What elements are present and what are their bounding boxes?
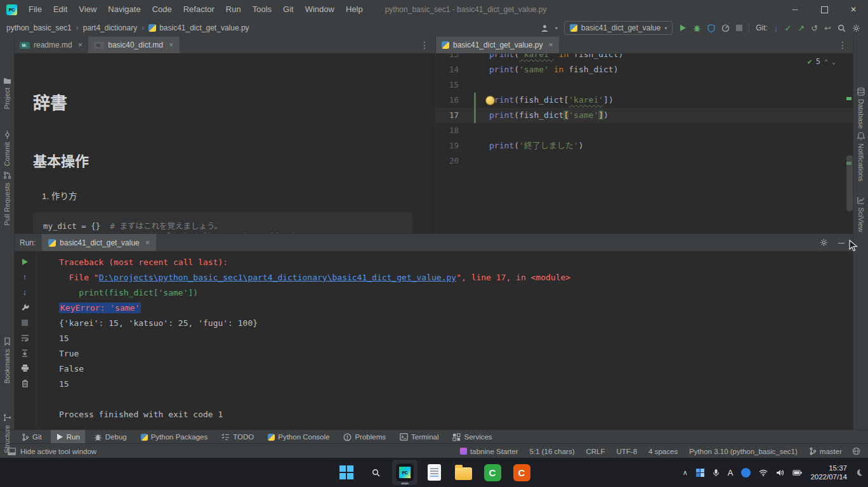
menu-item-tools[interactable]: Tools <box>247 0 277 19</box>
console-print-button[interactable] <box>18 363 32 373</box>
stripe-button-structure[interactable]: Structure <box>0 413 14 453</box>
status-master[interactable]: master <box>809 447 842 455</box>
git-push-button[interactable]: ↗ <box>798 24 805 32</box>
code-line-17[interactable]: 17print(fish_dict['same']) <box>436 108 853 123</box>
menu-item-run[interactable]: Run <box>220 0 247 19</box>
minimize-button[interactable]: ─ <box>780 0 810 19</box>
status-5-1-16-chars[interactable]: 5:1 (16 chars) <box>530 448 575 455</box>
run-panel-settings-icon[interactable] <box>820 238 828 247</box>
close-tab-icon[interactable]: ✕ <box>548 42 553 48</box>
console-settings-button[interactable] <box>18 302 32 312</box>
next-problem-icon[interactable]: ⌄ <box>832 58 836 65</box>
console-scroll-to-end-button[interactable] <box>18 348 32 358</box>
run-button[interactable] <box>679 24 687 32</box>
inspections-widget[interactable]: ✔ 5 ⌃ ⌄ <box>807 57 836 66</box>
stripe-button-pull-requests[interactable]: Pull Requests <box>0 171 14 226</box>
tray-blue-app-icon[interactable] <box>741 468 751 477</box>
file-explorer-taskbar-icon[interactable] <box>450 460 476 485</box>
menu-item-code[interactable]: Code <box>147 0 178 19</box>
notepad-taskbar-icon[interactable] <box>421 460 447 485</box>
pycharm-taskbar-icon[interactable]: PC <box>392 460 418 485</box>
toolwindow-button-run[interactable]: Run <box>51 430 85 444</box>
toolwindow-button-problems[interactable]: Problems <box>338 430 391 444</box>
menu-item-window[interactable]: Window <box>299 0 340 19</box>
code-line-18[interactable]: 18 <box>436 123 853 138</box>
close-tab-icon[interactable]: ✕ <box>78 42 83 48</box>
menu-item-file[interactable]: File <box>23 0 48 19</box>
status-4-spaces[interactable]: 4 spaces <box>648 448 678 455</box>
traceback-file-link[interactable]: D:\projects\python_basic_sec1\part4_dict… <box>99 273 457 282</box>
close-tab-icon[interactable]: ✕ <box>145 240 150 246</box>
user-account-icon[interactable] <box>541 24 549 32</box>
console-output[interactable]: Traceback (most recent call last): File … <box>36 252 853 430</box>
menu-item-git[interactable]: Git <box>277 0 299 19</box>
console-navigate-up-button[interactable]: ↑ <box>18 272 32 282</box>
menu-item-navigate[interactable]: Navigate <box>102 0 146 19</box>
stripe-button-commit[interactable]: Commit <box>0 131 14 166</box>
toolwindow-button-debug[interactable]: Debug <box>89 430 132 444</box>
tab-basic41-dict-get-value-py[interactable]: basic41_dict_get_value.py ✕ <box>436 37 559 53</box>
toolwindow-button-git[interactable]: Git <box>16 430 47 444</box>
console-stop-button[interactable] <box>18 318 32 327</box>
toolwindow-button-todo[interactable]: TODO <box>216 430 259 444</box>
toolwindow-button-python-console[interactable]: Python Console <box>263 430 334 444</box>
status-utf-8[interactable]: UTF-8 <box>617 448 638 455</box>
toolwindow-button-terminal[interactable]: Terminal <box>395 430 444 444</box>
rollback-button[interactable]: ↩ <box>824 24 831 32</box>
menu-item-edit[interactable]: Edit <box>48 0 73 19</box>
microphone-icon[interactable] <box>713 469 720 477</box>
close-button[interactable]: ✕ <box>839 0 868 19</box>
prev-problem-icon[interactable]: ⌃ <box>824 58 828 65</box>
maximize-button[interactable] <box>810 0 839 19</box>
git-update-button[interactable]: ↓ <box>774 24 779 32</box>
toolwindow-button-python-packages[interactable]: Python Packages <box>136 430 213 444</box>
app-c-orange-taskbar-icon[interactable]: C <box>509 460 534 485</box>
git-commit-button[interactable]: ✓ <box>784 24 791 32</box>
code-line-14[interactable]: 14print('same' in fish_dict) <box>436 62 853 77</box>
editor-scrollbar[interactable] <box>846 155 853 211</box>
toolwindow-button-services[interactable]: Services <box>447 430 497 444</box>
console-rerun-button[interactable] <box>18 257 32 266</box>
more-options-icon[interactable]: ⋮ <box>420 40 435 50</box>
debug-button[interactable] <box>693 24 701 32</box>
status-tabnine-starter[interactable]: tabnine Starter <box>460 448 518 455</box>
code-line-16[interactable]: 16print(fish_dict['karei']) <box>436 93 853 108</box>
stripe-button-sciview[interactable]: SciView <box>853 197 868 232</box>
menu-item-view[interactable]: View <box>73 0 102 19</box>
code-line-13[interactable]: 13print('karei' in fish_dict) <box>436 54 853 62</box>
hide-tool-window-widget[interactable]: Hide active tool window <box>8 448 96 455</box>
menu-item-help[interactable]: Help <box>340 0 369 19</box>
wifi-icon[interactable] <box>759 469 768 476</box>
run-tab[interactable]: basic41_dict_get_value ✕ <box>42 234 156 251</box>
taskbar-clock[interactable]: 15:37 2022/07/14 <box>810 464 847 481</box>
code-line-15[interactable]: 15 <box>436 77 853 93</box>
start-button[interactable] <box>334 460 359 485</box>
code-line-19[interactable]: 19print('終了しました') <box>436 138 853 153</box>
stripe-button-bookmarks[interactable]: Bookmarks <box>0 337 14 384</box>
battery-icon[interactable] <box>792 470 802 476</box>
markdown-preview[interactable]: 辞書 基本操作 1. 作り方 my_dict = {} # まずはこれを覚えまし… <box>14 54 435 233</box>
code-line-20[interactable]: 20 <box>436 153 853 169</box>
more-options-icon[interactable]: ⋮ <box>838 40 853 50</box>
status-crlf[interactable]: CRLF <box>586 448 605 455</box>
search-everywhere-button[interactable] <box>838 24 846 32</box>
menu-item-refactor[interactable]: Refactor <box>178 0 220 19</box>
tray-expand-icon[interactable]: ∧ <box>683 469 688 477</box>
stripe-button-project[interactable]: Project <box>0 77 14 109</box>
stop-button[interactable] <box>736 25 742 31</box>
focus-assist-icon[interactable] <box>855 469 863 476</box>
breadcrumb-item-part4-dictionary[interactable]: part4_dictionary <box>83 23 137 32</box>
hide-panel-button[interactable]: ─ <box>838 238 845 248</box>
settings-button[interactable] <box>852 24 860 32</box>
volume-icon[interactable] <box>776 469 784 476</box>
run-configuration-select[interactable]: basic41_dict_get_value ▾ <box>564 21 673 35</box>
search-button[interactable] <box>363 460 388 485</box>
breadcrumb-item-python-basic-sec1[interactable]: python_basic_sec1 <box>6 23 72 32</box>
profiler-button[interactable] <box>721 24 730 32</box>
run-with-coverage-button[interactable] <box>707 24 715 32</box>
tab-readme-md[interactable]: M↓readme.md✕ <box>14 37 88 53</box>
console-clear-button[interactable] <box>18 379 32 388</box>
close-tab-icon[interactable]: ✕ <box>169 42 174 48</box>
stripe-button-database[interactable]: Database <box>853 88 868 129</box>
console-navigate-down-button[interactable]: ↓ <box>18 287 32 297</box>
